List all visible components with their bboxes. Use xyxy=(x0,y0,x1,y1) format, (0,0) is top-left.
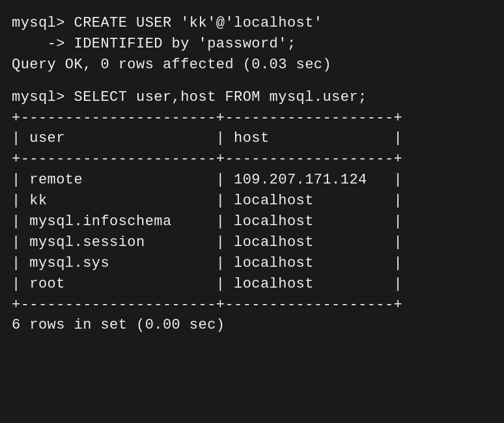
table-row-6: | root | localhost | xyxy=(12,274,492,295)
table-header: | user | host | xyxy=(12,128,492,149)
spacer xyxy=(12,75,492,87)
result-summary: 6 rows in set (0.00 sec) xyxy=(12,315,492,336)
table-row-5: | mysql.sys | localhost | xyxy=(12,253,492,274)
table-row-3: | mysql.infoschema | localhost | xyxy=(12,212,492,232)
table-border-mid: +----------------------+----------------… xyxy=(12,149,492,170)
cmd1-result: Query OK, 0 rows affected (0.03 sec) xyxy=(12,55,492,75)
table-row-1: | remote | 109.207.171.124 | xyxy=(12,170,492,191)
terminal-window: mysql> CREATE USER 'kk'@'localhost' -> I… xyxy=(12,13,492,410)
table-row-4: | mysql.session | localhost | xyxy=(12,232,492,253)
table-border-top: +----------------------+----------------… xyxy=(12,108,492,129)
table-row-2: | kk | localhost | xyxy=(12,191,492,212)
table-border-bot: +----------------------+----------------… xyxy=(12,295,492,316)
cmd1-line1: mysql> CREATE USER 'kk'@'localhost' xyxy=(12,13,492,34)
cmd2: mysql> SELECT user,host FROM mysql.user; xyxy=(12,87,492,108)
cmd1-line2: -> IDENTIFIED by 'password'; xyxy=(12,34,492,55)
